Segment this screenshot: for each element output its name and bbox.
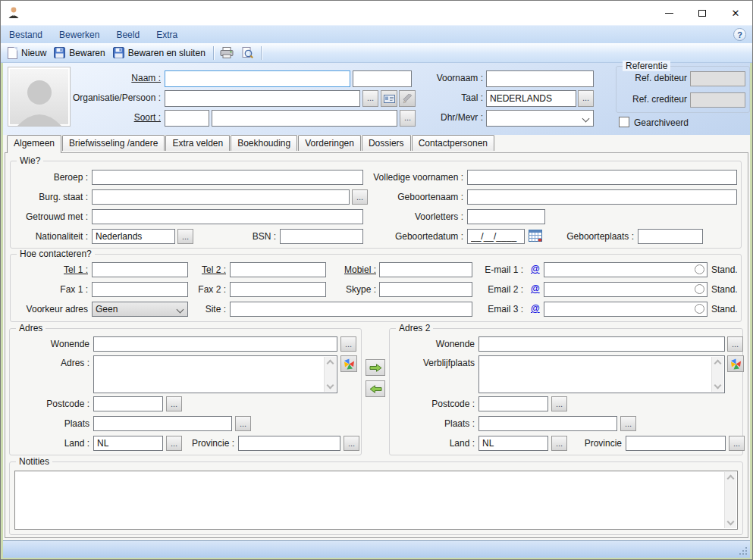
menu-beeld[interactable]: Beeld [108, 26, 148, 44]
adres2-provincie-input[interactable] [626, 436, 726, 451]
adres2-postcode-browse-button[interactable]: ... [551, 396, 567, 411]
burg-staat-input[interactable] [92, 189, 350, 205]
close-button[interactable]: ✕ [719, 1, 752, 25]
adres1-adres-scrollbar[interactable] [324, 357, 336, 392]
naam-suffix-input[interactable] [353, 70, 412, 87]
soort-code-input[interactable] [165, 110, 209, 127]
notities-scrollbar[interactable] [724, 472, 736, 528]
adres2-postcode-input[interactable] [478, 396, 548, 411]
nationaliteit-input[interactable] [92, 229, 175, 244]
adres1-plaats-browse-button[interactable]: ... [235, 416, 251, 431]
geboortenaam-input[interactable] [467, 189, 737, 205]
voornaam-input[interactable] [486, 70, 594, 87]
tel2-input[interactable] [230, 262, 326, 277]
wie-title: Wie? [17, 155, 43, 166]
adres2-verblijfplaats-scrollbar[interactable] [711, 357, 723, 392]
geboorteplaats-input[interactable] [638, 229, 703, 244]
adres2-plaats-input[interactable] [478, 416, 617, 431]
volledige-voornamen-input[interactable] [467, 170, 737, 185]
adres2-maps-button[interactable] [727, 355, 744, 372]
tab-boekhouding[interactable]: Boekhouding [231, 135, 297, 151]
mobiel-label[interactable]: Mobiel : [329, 264, 376, 275]
email3-input[interactable] [544, 302, 708, 317]
tab-briefwisseling[interactable]: Briefwisseling /andere [62, 135, 165, 151]
email2-standaard-radio[interactable] [695, 284, 704, 294]
adres2-wonende-input[interactable] [478, 336, 725, 352]
adres2-verblijfplaats-textarea[interactable] [478, 355, 725, 393]
adres2-provincie-browse-button[interactable]: ... [729, 436, 745, 451]
soort-browse-button[interactable]: ... [400, 110, 416, 127]
adres2-wonende-browse-button[interactable]: ... [727, 336, 743, 352]
voorletters-input[interactable] [467, 209, 545, 224]
edit-pencil-button[interactable] [399, 90, 416, 107]
adres1-land-input[interactable] [93, 436, 163, 451]
gearchiveerd-checkbox[interactable] [619, 117, 629, 127]
menu-bewerken[interactable]: Bewerken [51, 26, 108, 44]
email1-standaard-radio[interactable] [695, 264, 704, 274]
mobiel-input[interactable] [379, 262, 472, 277]
adres1-maps-button[interactable] [340, 355, 357, 372]
adres2-plaats-browse-button[interactable]: ... [620, 416, 636, 431]
getrouwd-met-input[interactable] [92, 209, 363, 224]
notities-textarea[interactable] [14, 471, 738, 530]
email3-standaard-radio[interactable] [695, 304, 704, 314]
soort-label[interactable]: Soort : [109, 112, 161, 123]
menu-bestand[interactable]: Bestand [1, 26, 51, 44]
email2-input[interactable] [544, 282, 708, 297]
tab-contactpersonen[interactable]: Contactpersonen [412, 135, 494, 151]
fax2-input[interactable] [230, 282, 326, 297]
taal-browse-button[interactable]: ... [578, 90, 594, 107]
tab-vorderingen[interactable]: Vorderingen [298, 135, 361, 151]
adres1-plaats-input[interactable] [93, 416, 232, 431]
naam-label[interactable]: Naam : [79, 73, 161, 83]
new-button[interactable]: Nieuw [5, 45, 51, 61]
maximize-button[interactable] [686, 1, 719, 25]
adres1-adres-textarea[interactable] [93, 355, 337, 393]
print-button[interactable] [217, 45, 238, 60]
print-preview-button[interactable] [238, 45, 258, 61]
adres1-provincie-browse-button[interactable]: ... [344, 436, 359, 451]
organisatie-input[interactable] [165, 90, 360, 107]
adres2-land-input[interactable] [478, 436, 548, 451]
save-button[interactable]: Bewaren [51, 45, 109, 60]
taal-input[interactable] [486, 90, 576, 107]
email2-at-link[interactable]: @ [531, 283, 540, 294]
soort-omschrijving-input[interactable] [212, 110, 397, 127]
help-button[interactable]: ? [733, 28, 746, 41]
tab-algemeen[interactable]: Algemeen [7, 135, 61, 153]
voorletters-label: Voorletters : [356, 211, 463, 222]
nationaliteit-browse-button[interactable]: ... [177, 229, 193, 244]
adres1-provincie-input[interactable] [238, 436, 340, 451]
geboortedatum-input[interactable] [467, 229, 525, 244]
copy-adres-left-button[interactable] [366, 380, 385, 397]
scroll-up-icon [714, 360, 722, 368]
site-input[interactable] [230, 302, 472, 317]
adres1-wonende-input[interactable] [93, 336, 337, 352]
menu-extra[interactable]: Extra [148, 26, 186, 44]
menu-bar: Bestand Bewerken Beeld Extra ? [1, 25, 752, 43]
email1-input[interactable] [544, 262, 708, 277]
copy-adres-right-button[interactable] [366, 359, 385, 376]
dhr-mevr-select[interactable] [486, 110, 594, 127]
organisatie-browse-button[interactable]: ... [362, 90, 378, 107]
adres1-wonende-browse-button[interactable]: ... [340, 336, 356, 352]
adres1-land-browse-button[interactable]: ... [166, 436, 182, 451]
skype-input[interactable] [379, 282, 472, 297]
tab-dossiers[interactable]: Dossiers [362, 135, 411, 151]
beroep-input[interactable] [92, 170, 363, 185]
email1-at-link[interactable]: @ [531, 264, 540, 274]
geboortedatum-calendar-button[interactable] [527, 228, 543, 243]
naam-input[interactable] [165, 70, 350, 87]
email3-at-link[interactable]: @ [531, 303, 540, 314]
tab-extra-velden[interactable]: Extra velden [165, 135, 230, 151]
minimize-button[interactable] [652, 1, 686, 25]
resize-grip[interactable] [745, 553, 747, 555]
bsn-input[interactable] [280, 229, 363, 244]
save-and-close-button[interactable]: Bewaren en sluiten [110, 45, 210, 60]
adres2-land-browse-button[interactable]: ... [551, 436, 567, 451]
adres1-postcode-browse-button[interactable]: ... [166, 396, 182, 411]
tel1-label[interactable]: Tel 1 : [11, 264, 88, 275]
contact-card-button[interactable] [381, 90, 397, 107]
tel2-label[interactable]: Tel 2 : [173, 264, 226, 275]
adres1-postcode-input[interactable] [93, 396, 163, 411]
